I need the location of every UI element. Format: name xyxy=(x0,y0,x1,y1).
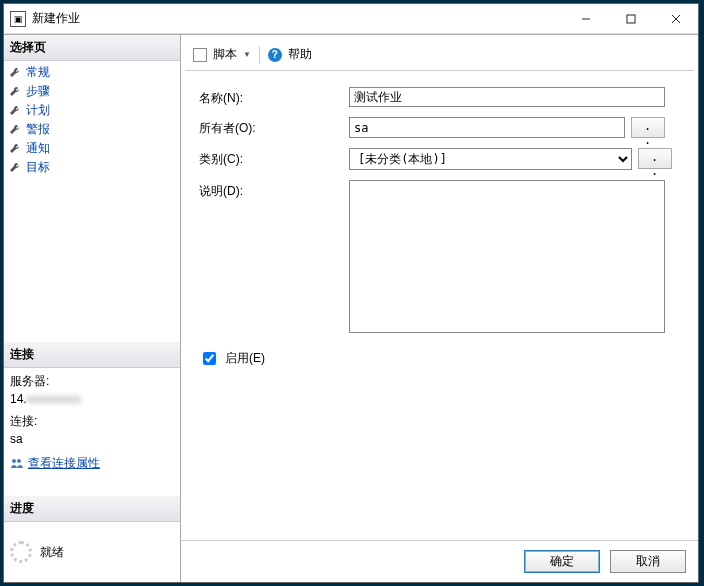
page-item-targets[interactable]: 目标 xyxy=(4,158,180,177)
connection-value: sa xyxy=(10,430,174,448)
page-item-alerts[interactable]: 警报 xyxy=(4,120,180,139)
window-title: 新建作业 xyxy=(32,10,563,27)
wrench-icon xyxy=(8,123,22,137)
category-select[interactable]: [未分类(本地)] xyxy=(349,148,632,170)
wrench-icon xyxy=(8,104,22,118)
footer: 确定 取消 xyxy=(181,540,698,582)
help-button[interactable]: 帮助 xyxy=(288,46,312,63)
description-input[interactable] xyxy=(349,180,665,333)
page-label: 通知 xyxy=(26,140,50,157)
enable-label: 启用(E) xyxy=(225,350,265,367)
new-job-dialog: ▣ 新建作业 选择页 常规 步骤 计划 xyxy=(3,3,699,583)
wrench-icon xyxy=(8,85,22,99)
close-button[interactable] xyxy=(653,4,698,33)
select-page-header: 选择页 xyxy=(4,35,180,61)
script-button[interactable]: 脚本 xyxy=(213,46,237,63)
page-item-notifications[interactable]: 通知 xyxy=(4,139,180,158)
wrench-icon xyxy=(8,66,22,80)
server-label: 服务器: xyxy=(10,372,174,390)
page-label: 目标 xyxy=(26,159,50,176)
description-label: 说明(D): xyxy=(199,180,349,200)
minimize-button[interactable] xyxy=(563,4,608,33)
page-list: 常规 步骤 计划 警报 通知 xyxy=(4,61,180,179)
page-item-schedules[interactable]: 计划 xyxy=(4,101,180,120)
owner-input[interactable] xyxy=(349,117,625,138)
script-icon xyxy=(193,48,207,62)
category-browse-button[interactable]: . . . xyxy=(638,148,672,169)
connection-label: 连接: xyxy=(10,412,174,430)
name-label: 名称(N): xyxy=(199,87,349,107)
maximize-button[interactable] xyxy=(608,4,653,33)
sidebar: 选择页 常规 步骤 计划 警报 xyxy=(4,35,181,582)
titlebar[interactable]: ▣ 新建作业 xyxy=(4,4,698,34)
svg-point-5 xyxy=(17,459,21,463)
app-icon: ▣ xyxy=(10,11,26,27)
view-connection-props-link[interactable]: 查看连接属性 xyxy=(28,454,100,472)
owner-label: 所有者(O): xyxy=(199,117,349,137)
page-label: 步骤 xyxy=(26,83,50,100)
form: 名称(N): 所有者(O): . . . 类别(C): xyxy=(181,71,698,540)
ok-button[interactable]: 确定 xyxy=(524,550,600,573)
enable-checkbox[interactable] xyxy=(203,352,216,365)
spinner-icon xyxy=(10,541,32,563)
owner-browse-button[interactable]: . . . xyxy=(631,117,665,138)
svg-point-4 xyxy=(12,459,16,463)
name-input[interactable] xyxy=(349,87,665,107)
page-item-steps[interactable]: 步骤 xyxy=(4,82,180,101)
progress-header: 进度 xyxy=(4,496,180,522)
cancel-button[interactable]: 取消 xyxy=(610,550,686,573)
svg-rect-1 xyxy=(627,15,635,23)
connection-header: 连接 xyxy=(4,342,180,368)
progress-block: 就绪 xyxy=(4,522,180,582)
separator xyxy=(259,46,260,64)
toolbar: 脚本 ▼ ? 帮助 xyxy=(185,39,694,71)
page-label: 常规 xyxy=(26,64,50,81)
main-panel: 脚本 ▼ ? 帮助 名称(N): 所有者(O): . . . xyxy=(181,35,698,582)
script-dropdown-icon[interactable]: ▼ xyxy=(243,50,251,59)
help-icon: ? xyxy=(268,48,282,62)
page-item-general[interactable]: 常规 xyxy=(4,63,180,82)
people-icon xyxy=(10,457,24,469)
connection-info: 服务器: 14.xxxxxxxxx 连接: sa 查看连接属性 xyxy=(4,368,180,476)
page-label: 计划 xyxy=(26,102,50,119)
wrench-icon xyxy=(8,161,22,175)
wrench-icon xyxy=(8,142,22,156)
category-label: 类别(C): xyxy=(199,148,349,168)
server-value: 14. xyxy=(10,392,27,406)
progress-status: 就绪 xyxy=(40,544,64,561)
page-label: 警报 xyxy=(26,121,50,138)
